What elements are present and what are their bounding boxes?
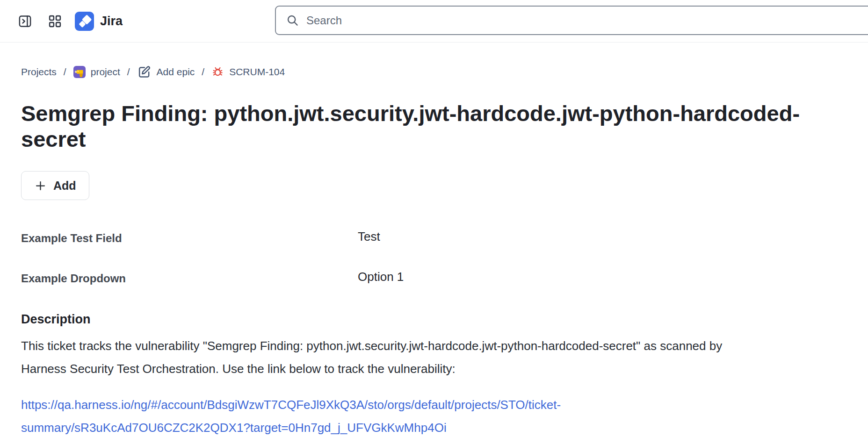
description-body[interactable]: This ticket tracks the vulnerability "Se… (21, 335, 747, 380)
top-bar: Jira (0, 0, 868, 43)
breadcrumb: Projects / project / Add epic / (21, 64, 868, 79)
breadcrumb-separator: / (127, 66, 130, 78)
description-link-line: https://qa.harness.io/ng/#/account/Bdsgi… (21, 394, 747, 416)
breadcrumb-label: Add epic (157, 66, 195, 78)
issue-title[interactable]: Semgrep Finding: python.jwt.security.jwt… (21, 100, 825, 152)
app-switcher-button[interactable] (48, 14, 62, 29)
field-value[interactable]: Test (358, 229, 380, 244)
breadcrumb-separator: / (64, 66, 66, 78)
breadcrumb-label: project (91, 66, 120, 78)
breadcrumb-separator: / (202, 66, 204, 78)
breadcrumb-item-project[interactable]: project (73, 66, 120, 78)
field-label: Example Test Field (21, 232, 358, 245)
jira-logo-icon (75, 12, 94, 30)
sidebar-toggle-button[interactable] (18, 14, 32, 29)
sidebar-toggle-icon (18, 14, 32, 29)
description-heading: Description (21, 312, 868, 327)
breadcrumb-label: SCRUM-104 (229, 66, 285, 78)
breadcrumb-item-add-epic[interactable]: Add epic (137, 64, 195, 79)
breadcrumb-item-projects[interactable]: Projects (21, 66, 57, 78)
edit-icon (137, 64, 152, 79)
description-link[interactable]: https://qa.harness.io/ng/#/account/Bdsgi… (21, 394, 747, 439)
bug-icon (211, 65, 224, 78)
add-button-label: Add (53, 179, 76, 193)
description-link-line: summary/sR3uKcAd7OU6CZC2K2QDX1?target=0H… (21, 416, 747, 439)
search-box (275, 6, 868, 35)
plus-icon (34, 179, 47, 192)
custom-fields: Example Test Field Test Example Dropdown… (21, 232, 868, 285)
field-row: Example Dropdown Option 1 (21, 272, 868, 285)
app-name: Jira (100, 14, 123, 29)
field-row: Example Test Field Test (21, 232, 868, 245)
project-avatar-icon (73, 66, 86, 78)
add-button[interactable]: Add (21, 171, 89, 200)
search-input[interactable] (305, 14, 868, 28)
search-icon (286, 14, 299, 27)
breadcrumb-label: Projects (21, 66, 57, 78)
jira-logo[interactable] (75, 12, 94, 31)
breadcrumb-item-issue-key[interactable]: SCRUM-104 (211, 65, 285, 78)
field-label: Example Dropdown (21, 272, 358, 285)
field-value[interactable]: Option 1 (358, 270, 404, 284)
app-grid-icon (48, 14, 62, 29)
